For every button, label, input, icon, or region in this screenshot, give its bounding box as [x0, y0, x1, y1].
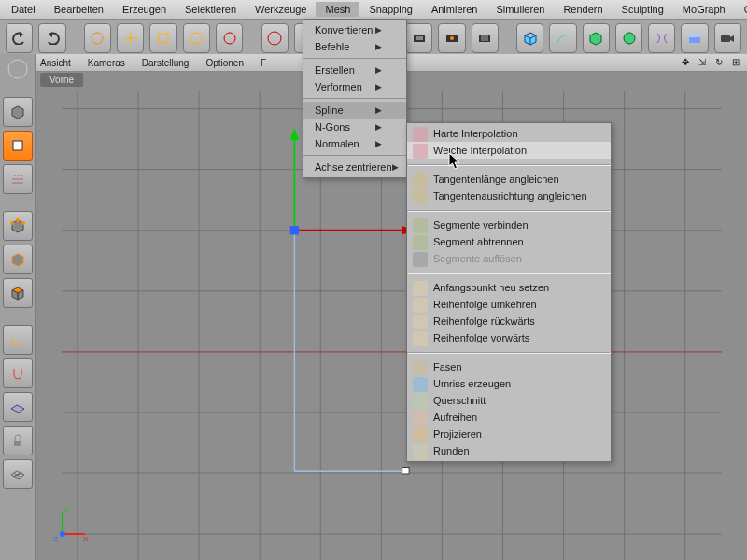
submenu-item-segmente-aufl-sen: Segmente auflösen [407, 250, 611, 267]
model-mode-button[interactable] [3, 131, 33, 161]
svg-rect-53 [290, 226, 299, 234]
submenu-item-reihenfolge-r-ckw-rts[interactable]: Reihenfolge rückwärts [407, 313, 611, 329]
menu-item-erstellen[interactable]: Erstellen▶ [303, 62, 406, 78]
point-mode-button[interactable] [3, 211, 33, 241]
svg-point-4 [190, 33, 202, 44]
make-editable-button[interactable] [3, 97, 33, 127]
svg-rect-10 [416, 36, 423, 40]
submenu-item-aufreihen[interactable]: Aufreihen [407, 409, 611, 426]
grid-button[interactable] [3, 459, 33, 489]
redo-button[interactable] [38, 23, 65, 53]
polygon-mode-button[interactable] [3, 278, 33, 308]
menu-datei[interactable]: Datei [2, 2, 45, 17]
menu-erzeugen[interactable]: Erzeugen [113, 2, 176, 17]
submenu-item-projizieren[interactable]: Projizieren [407, 426, 611, 442]
menu-animieren[interactable]: Animieren [422, 2, 487, 17]
deformer-button[interactable] [648, 23, 675, 53]
generator2-button[interactable] [615, 23, 642, 53]
submenu-item-icon [413, 252, 428, 267]
menu-rendern[interactable]: Rendern [554, 2, 612, 17]
render-pv-button[interactable] [438, 23, 465, 53]
menu-mograph[interactable]: MoGraph [673, 2, 735, 17]
menu-werkzeuge[interactable]: Werkzeuge [246, 2, 316, 17]
svg-point-16 [624, 33, 635, 44]
svg-rect-22 [13, 141, 22, 150]
submenu-item-icon [413, 189, 428, 204]
svg-point-24 [10, 221, 14, 225]
spline-pen-button[interactable] [549, 23, 576, 53]
palette-logo-icon [5, 58, 31, 80]
menu-item-normalen[interactable]: Normalen▶ [303, 135, 406, 152]
svg-rect-18 [689, 37, 700, 43]
move-tool-button[interactable] [117, 23, 144, 53]
submenu-item-tangentenausrichtung-angleichen[interactable]: Tangentenausrichtung angleichen [407, 188, 611, 204]
menu-bearbeiten[interactable]: Bearbeiten [45, 2, 113, 17]
submenu-item-tangentenl-nge-angleichen[interactable]: Tangentenlänge angleichen [407, 171, 611, 188]
menu-item-n-gons[interactable]: N-Gons▶ [303, 119, 406, 135]
vp-menu-cameras[interactable]: Kameras [88, 58, 125, 68]
submenu-item-harte-interpolation[interactable]: Harte Interpolation [407, 125, 611, 142]
svg-point-25 [21, 221, 25, 225]
vp-menu-options[interactable]: Optionen [205, 58, 244, 68]
menu-item-konvertieren[interactable]: Konvertieren▶ [303, 21, 406, 38]
svg-point-23 [16, 218, 20, 222]
svg-point-21 [8, 60, 27, 78]
menu-simulieren[interactable]: Simulieren [486, 2, 554, 17]
spline-submenu[interactable]: Harte InterpolationWeiche InterpolationT… [406, 122, 612, 462]
submenu-item-segment-abtrennen[interactable]: Segment abtrennen [407, 233, 611, 250]
menu-item-spline[interactable]: Spline▶ [303, 102, 406, 119]
menu-charak[interactable]: Charak [735, 2, 747, 17]
vp-menu-view[interactable]: Ansicht [40, 58, 71, 68]
render-view-button[interactable] [405, 23, 432, 53]
menu-item-achse-zentrieren[interactable]: Achse zentrieren▶ [303, 159, 406, 175]
snap-button[interactable] [3, 358, 33, 388]
undo-button[interactable] [6, 23, 33, 53]
viewport-nav-icons[interactable]: ✥ ⇲ ↻ ⊞ [682, 57, 743, 68]
submenu-item-anfangspunkt-neu-setzen[interactable]: Anfangspunkt neu setzen [407, 279, 611, 296]
generator-button[interactable] [583, 23, 610, 53]
edge-mode-button[interactable] [3, 245, 33, 274]
viewport-label: Vorne [40, 73, 83, 87]
texture-mode-button[interactable] [3, 164, 33, 194]
primitive-cube-button[interactable] [516, 23, 543, 53]
submenu-item-weiche-interpolation[interactable]: Weiche Interpolation [407, 142, 611, 159]
vp-rotate-icon[interactable]: ↻ [715, 57, 726, 68]
scale-tool-button[interactable] [149, 23, 176, 53]
menu-mesh[interactable]: Mesh [316, 2, 359, 17]
submenu-item-querschnitt[interactable]: Querschnitt [407, 392, 611, 409]
recent-tool-button[interactable] [216, 23, 243, 53]
submenu-item-runden[interactable]: Runden [407, 442, 611, 459]
x-lock-button[interactable] [261, 23, 289, 53]
select-tool-button[interactable] [84, 23, 111, 53]
menu-sculpting[interactable]: Sculpting [613, 2, 673, 17]
camera-button[interactable] [714, 23, 741, 53]
submenu-item-icon [413, 218, 428, 233]
lock-button[interactable] [3, 426, 33, 455]
submenu-item-reihenfolge-umkehren[interactable]: Reihenfolge umkehren [407, 296, 611, 313]
vp-zoom-icon[interactable]: ⇲ [698, 57, 710, 68]
menu-snapping[interactable]: Snapping [359, 2, 422, 17]
submenu-item-icon [413, 315, 428, 329]
submenu-item-umriss-erzeugen[interactable]: Umriss erzeugen [407, 375, 611, 392]
main-menubar: DateiBearbeitenErzeugenSelektierenWerkze… [0, 0, 747, 20]
workplane-button[interactable] [3, 392, 33, 422]
submenu-item-reihenfolge-vorw-rts[interactable]: Reihenfolge vorwärts [407, 329, 611, 346]
vp-menu-filter[interactable]: F [261, 58, 266, 68]
vp-pan-icon[interactable]: ✥ [682, 57, 693, 68]
axis-button[interactable] [3, 325, 33, 355]
svg-text:X: X [83, 535, 89, 543]
submenu-item-icon [413, 127, 428, 142]
submenu-item-icon [413, 427, 428, 442]
svg-point-0 [92, 33, 103, 44]
render-settings-button[interactable] [472, 23, 499, 53]
environment-button[interactable] [681, 23, 708, 53]
menu-item-befehle[interactable]: Befehle▶ [303, 38, 406, 55]
rotate-tool-button[interactable] [183, 23, 210, 53]
submenu-item-segmente-verbinden[interactable]: Segmente verbinden [407, 217, 611, 233]
mesh-menu-dropdown[interactable]: Konvertieren▶Befehle▶Erstellen▶Verformen… [303, 19, 407, 178]
vp-maximize-icon[interactable]: ⊞ [732, 57, 743, 68]
vp-menu-display[interactable]: Darstellung [142, 58, 190, 68]
menu-selektieren[interactable]: Selektieren [176, 2, 246, 17]
submenu-item-fasen[interactable]: Fasen [407, 358, 611, 375]
menu-item-verformen[interactable]: Verformen▶ [303, 78, 406, 95]
